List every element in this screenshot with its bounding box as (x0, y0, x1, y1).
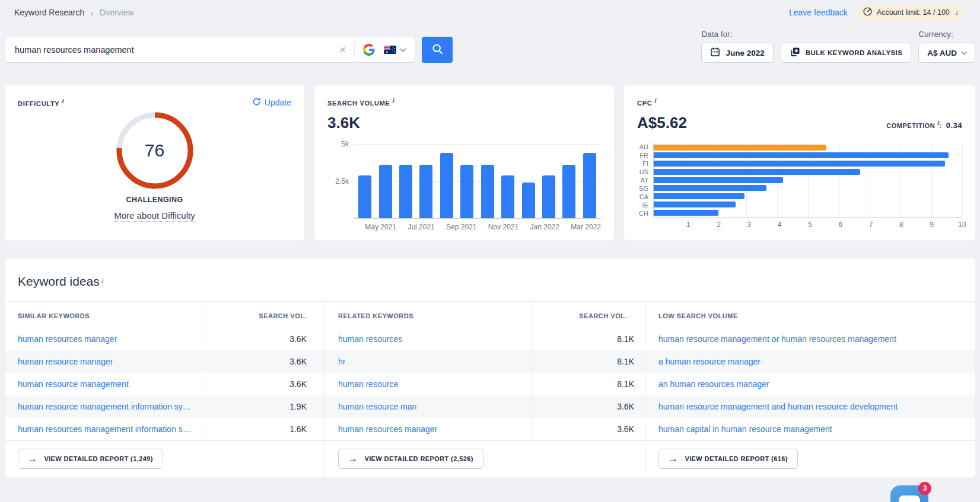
country-selector[interactable] (380, 46, 409, 54)
search-volume-cell: 8.1K (533, 328, 645, 350)
cpc-bar (654, 169, 860, 175)
volume-bar (481, 165, 494, 218)
cpc-x-tick-label: 3 (747, 220, 752, 229)
volume-bar (583, 153, 596, 218)
table-cell: human resource management and human reso… (645, 395, 975, 418)
cpc-bar-row (654, 176, 962, 184)
keyword-link[interactable]: human resource man (338, 402, 416, 411)
view-detailed-report-low-volume-button[interactable]: →VIEW DETAILED REPORT (616) (658, 449, 798, 469)
volume-x-axis-label: Jan 2022 (530, 223, 559, 231)
view-detailed-report-similar-button[interactable]: →VIEW DETAILED REPORT (1,249) (18, 449, 163, 469)
cpc-country-label: SG (637, 184, 648, 193)
cpc-country-label: FR (637, 151, 648, 159)
bulk-analysis-icon (790, 47, 800, 59)
cpc-country-label: AU (637, 143, 648, 151)
data-for-label: Data for: (701, 30, 773, 39)
table-cell: a human resource manager (645, 350, 975, 373)
column-header-similar-keywords: SIMILAR KEYWORDS (5, 301, 206, 328)
keyword-link[interactable]: human resource management information sy… (18, 402, 193, 411)
cpc-bar-row (654, 209, 962, 216)
volume-x-axis-label: Jul 2021 (408, 223, 434, 231)
currency-selector[interactable]: A$ AUD (918, 43, 975, 63)
keyword-link[interactable]: human resources manager (18, 334, 117, 344)
cpc-x-tick-label: 10 (958, 220, 966, 229)
leave-feedback-link[interactable]: Leave feedback (789, 8, 848, 17)
table-cell: human resource management (5, 373, 206, 395)
cpc-bar (654, 152, 949, 158)
magnifier-icon (431, 43, 444, 57)
table-cell: human resource manager (5, 350, 206, 373)
keyword-link[interactable]: human resource management and human reso… (658, 402, 898, 411)
cpc-x-tick-label: 2 (717, 220, 721, 229)
keyword-link[interactable]: a human resource manager (658, 357, 761, 366)
volume-bar (542, 175, 555, 219)
search-volume-cell: 1.6K (206, 418, 325, 440)
cpc-card: CPCi A$5.62 COMPETITIONi:0.34 AUFRFIUSAT… (624, 85, 975, 241)
more-about-difficulty-link[interactable]: More about Difficulty (114, 210, 195, 222)
chat-widget-button[interactable]: 3 (890, 485, 928, 502)
keyword-search-input[interactable] (15, 45, 333, 55)
cpc-by-country-chart: AUFRFIUSATSGCAIECH 12345678910 (637, 143, 962, 232)
cpc-x-tick-label: 5 (808, 220, 812, 229)
table-cell: hr (325, 350, 533, 373)
search-row-controls: Data for: June 2022 BULK KEYWORD ANALYSI… (701, 30, 975, 63)
search-volume-cell: 3.6K (533, 395, 645, 418)
divider (354, 43, 355, 57)
keyword-link[interactable]: human resource (338, 379, 398, 389)
keyword-search-box: × (5, 37, 415, 63)
info-icon[interactable]: i (101, 277, 103, 284)
update-difficulty-button[interactable]: Update (252, 97, 291, 108)
cpc-x-tick-label: 4 (778, 220, 782, 229)
keyword-link[interactable]: human resources management information s… (18, 424, 193, 434)
keyword-link[interactable]: human resources manager (338, 424, 437, 434)
volume-bar (501, 175, 514, 219)
keyword-link[interactable]: human resources (338, 334, 402, 344)
volume-bar (440, 153, 453, 218)
cpc-country-label: CH (637, 209, 648, 218)
table-cell: an human resources manager (645, 373, 975, 395)
metric-cards-row: DIFFICULTYi Update 76 CHALLENGING More a… (0, 85, 980, 241)
volume-bar (419, 165, 432, 218)
keyword-ideas-table: SIMILAR KEYWORDS SEARCH VOL. RELATED KEY… (5, 301, 975, 478)
search-volume-cell: 8.1K (533, 350, 645, 373)
keyword-ideas-title: Keyword ideasi (5, 258, 975, 301)
search-volume-cell: 3.6K (206, 350, 325, 373)
clear-search-icon[interactable]: × (333, 44, 352, 56)
search-button[interactable] (422, 37, 453, 63)
keyword-link[interactable]: human capital in human resource manageme… (658, 424, 832, 434)
cpc-country-label: IE (637, 201, 648, 209)
view-detailed-report-related-button[interactable]: →VIEW DETAILED REPORT (2,526) (338, 449, 483, 469)
cpc-bar-row (654, 160, 962, 168)
column-header-search-vol: SEARCH VOL. (533, 301, 645, 328)
volume-x-axis-label: Mar 2022 (571, 223, 601, 231)
table-cell: human resources (325, 328, 533, 350)
keyword-link[interactable]: human resource management or human resou… (658, 334, 896, 344)
volume-bar (358, 175, 371, 219)
refresh-icon (252, 97, 261, 108)
keyword-link[interactable]: human resource manager (18, 357, 113, 366)
bulk-keyword-analysis-button[interactable]: BULK KEYWORD ANALYSIS (781, 43, 911, 63)
info-icon[interactable]: i (654, 97, 657, 104)
cpc-bar-row (654, 152, 962, 159)
calendar-icon (710, 47, 720, 59)
gauge-icon (863, 7, 873, 18)
keyword-link[interactable]: human resource management (18, 379, 129, 389)
cpc-x-tick-label: 9 (930, 220, 934, 229)
keyword-link[interactable]: an human resources manager (658, 379, 769, 389)
breadcrumb-overview: Overview (99, 8, 133, 17)
volume-x-axis-label: Sep 2021 (446, 223, 476, 231)
competition-value: 0.34 (946, 121, 962, 130)
cpc-value: A$5.62 (637, 114, 687, 132)
info-icon[interactable]: i (956, 9, 957, 16)
cpc-country-label: US (637, 168, 648, 176)
info-icon[interactable]: i (392, 97, 395, 104)
breadcrumb: Keyword Research › Overview (14, 8, 134, 18)
volume-bar (379, 165, 392, 218)
date-picker-button[interactable]: June 2022 (701, 43, 773, 63)
keyword-link[interactable]: hr (338, 357, 345, 366)
top-bar-right: Leave feedback Account limit: 14 / 100 i (789, 5, 965, 20)
table-footer-cell: →VIEW DETAILED REPORT (2,526) (325, 440, 645, 478)
breadcrumb-keyword-research[interactable]: Keyword Research (14, 8, 84, 17)
info-icon[interactable]: i (61, 98, 64, 104)
currency-label: Currency: (918, 30, 975, 39)
